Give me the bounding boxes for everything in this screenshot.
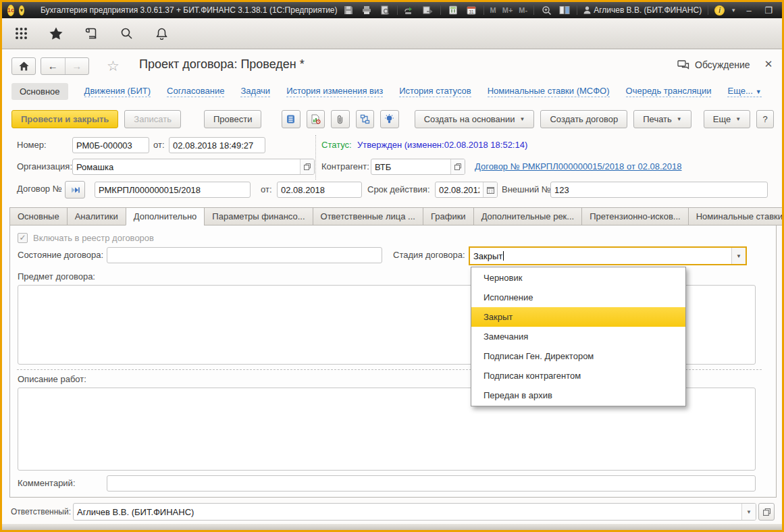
main-menu-grid-icon[interactable] (14, 26, 28, 41)
get-link-icon[interactable] (404, 4, 416, 16)
save-icon[interactable] (342, 4, 355, 16)
counterparty-input[interactable] (371, 159, 450, 174)
zoom-icon[interactable] (540, 4, 552, 16)
contract-date-input[interactable] (277, 182, 362, 198)
create-based-on-button[interactable]: Создать на основании▼ (415, 110, 535, 128)
discussion-button[interactable]: Обсуждение (677, 59, 750, 70)
print-preview-icon[interactable] (379, 4, 391, 16)
forward-button[interactable]: → (66, 58, 89, 74)
register-records-button[interactable] (282, 110, 300, 128)
tab-approval[interactable]: Согласование (167, 86, 224, 97)
home-button[interactable] (11, 57, 36, 75)
tab-financing-params[interactable]: Параметры финансо... (204, 207, 312, 225)
write-button[interactable]: Записать (124, 110, 181, 128)
favorites-star-icon[interactable] (49, 26, 63, 41)
go-to-link-icon[interactable] (422, 4, 434, 16)
counterparty-choose-button[interactable] (450, 159, 465, 174)
more-button[interactable]: Еще▼ (704, 110, 750, 128)
tab-analytics[interactable]: Аналитики (67, 207, 126, 225)
notifications-bell-icon[interactable] (154, 26, 169, 41)
tab-basic[interactable]: Основные (9, 207, 67, 225)
command-bar: Провести и закрыть Записать Провести Соз… (11, 109, 774, 129)
external-no-input[interactable] (550, 182, 768, 198)
chevron-down-icon[interactable]: ▼ (731, 7, 736, 14)
status-value-link[interactable]: Утвержден (изменен:02.08.2018 18:52:14) (357, 137, 527, 153)
tab-claims[interactable]: Претензионно-исков... (581, 207, 688, 225)
divider (533, 5, 534, 15)
posting-report-button[interactable] (307, 110, 325, 128)
dropdown-item-draft[interactable]: Черновик (471, 268, 685, 288)
page-tabs: Основные Аналитики Дополнительно Парамет… (9, 207, 782, 225)
validity-calendar-button[interactable] (483, 182, 497, 197)
structure-subordination-button[interactable] (356, 110, 375, 128)
contract-link[interactable]: Договор № РМКРПЛ000000015/2018 от 02.08.… (475, 159, 682, 175)
fast-forward-icon (71, 186, 80, 194)
memory-add-button[interactable]: М+ (502, 6, 513, 14)
tab-additional[interactable]: Дополнительно (126, 207, 205, 225)
tab-more[interactable]: Еще...▼ (727, 86, 761, 97)
post-and-close-button[interactable]: Провести и закрыть (11, 110, 118, 128)
hint-button[interactable] (380, 110, 399, 128)
tab-visa-history[interactable]: История изменения виз (286, 86, 383, 97)
tab-more-label: Еще... (727, 86, 752, 96)
tab-status-history[interactable]: История статусов (399, 86, 471, 97)
dropdown-item-signed-gendir[interactable]: Подписан Ген. Директором (471, 346, 685, 366)
number-input[interactable] (72, 137, 149, 153)
contract-stage-dropdown-button[interactable]: ▼ (731, 248, 746, 264)
tab-nominal-rates[interactable]: Номинальные ставки (688, 207, 782, 225)
attachments-button[interactable] (331, 110, 350, 128)
current-user-chip[interactable]: Агличев В.В. (БИТ.ФИНАНС) (583, 5, 702, 15)
tab-nominal-rates-ifrs[interactable]: Номинальные ставки (МСФО) (488, 86, 610, 97)
include-registry-checkbox[interactable]: ✓ (18, 233, 28, 243)
system-menu-icon[interactable]: ▼ (19, 5, 24, 16)
favorite-star-icon[interactable]: ☆ (107, 58, 120, 74)
tab-movements-bit[interactable]: Движения (БИТ) (84, 86, 151, 97)
calculator-icon[interactable] (447, 4, 459, 16)
paperclip-icon (335, 114, 345, 124)
responsible-input[interactable] (74, 504, 741, 520)
memory-subtract-button[interactable]: М- (519, 6, 527, 14)
split-window-icon[interactable] (558, 4, 571, 16)
contract-number-settings-button[interactable] (65, 181, 85, 198)
print-icon[interactable] (361, 4, 373, 16)
tab-responsible-persons[interactable]: Ответственные лица ... (313, 207, 423, 225)
post-button[interactable]: Провести (204, 110, 262, 128)
close-form-button[interactable]: ✕ (762, 58, 775, 70)
minimize-button[interactable]: – (742, 5, 756, 16)
close-window-button[interactable]: ✕ (781, 5, 784, 16)
comment-input[interactable] (107, 475, 756, 491)
organization-input[interactable] (73, 159, 300, 174)
print-button[interactable]: Печать▼ (633, 110, 691, 128)
responsible-dropdown-button[interactable]: ▼ (741, 504, 756, 520)
contract-state-input[interactable] (107, 247, 382, 263)
date-input[interactable] (169, 137, 265, 153)
contract-stage-combo[interactable]: Закрыт ▼ (469, 246, 747, 265)
calendar-icon[interactable]: 31 (465, 4, 477, 16)
window-title: Бухгалтерия предприятия 3.0.61.37 + БИТ.… (41, 5, 338, 15)
dropdown-item-archived[interactable]: Передан в архив (471, 385, 685, 405)
discussion-icon (677, 60, 689, 70)
memory-recall-button[interactable]: М (490, 6, 496, 14)
help-button[interactable]: ? (756, 110, 774, 128)
history-icon[interactable] (84, 26, 99, 41)
back-button[interactable]: ← (41, 58, 66, 74)
info-icon[interactable]: i (714, 5, 725, 16)
tab-schedules[interactable]: Графики (423, 207, 473, 225)
dropdown-item-closed[interactable]: Закрыт (471, 307, 685, 327)
organization-choose-button[interactable] (300, 159, 314, 174)
validity-input[interactable] (436, 182, 483, 197)
search-icon[interactable] (119, 26, 134, 41)
dropdown-item-signed-counterparty[interactable]: Подписан контрагентом (471, 366, 685, 385)
navigation-tabs: Основное Движения (БИТ) Согласование Зад… (11, 82, 762, 101)
tab-translation-queue[interactable]: Очередь трансляции (626, 86, 712, 97)
dropdown-item-execution[interactable]: Исполнение (471, 288, 685, 307)
dropdown-item-remarks[interactable]: Замечания (471, 327, 685, 346)
tab-additional-details[interactable]: Дополнительные рек... (473, 207, 582, 225)
maximize-button[interactable]: ❐ (762, 5, 775, 16)
tab-main[interactable]: Основное (11, 83, 68, 100)
contract-no-input[interactable] (95, 182, 251, 198)
title-bar: 1с ▼ Бухгалтерия предприятия 3.0.61.37 +… (2, 2, 782, 18)
create-contract-button[interactable]: Создать договор (540, 110, 627, 128)
responsible-choose-button[interactable] (758, 503, 775, 521)
tab-tasks[interactable]: Задачи (240, 86, 270, 97)
